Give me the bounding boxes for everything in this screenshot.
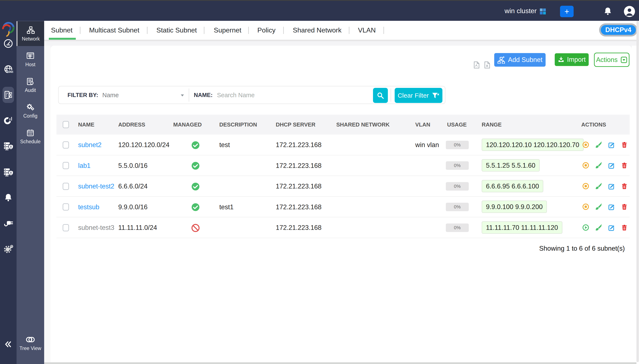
stop-subnet-icon[interactable] [582,162,589,169]
managed-no-icon [191,224,200,232]
filter-by-caret-icon[interactable] [180,93,185,98]
secondary-sidebar: Network Host Audit Config Schedule Tree … [16,21,44,364]
reclaim-brush-icon[interactable] [595,224,602,231]
start-subnet-icon[interactable] [582,224,589,231]
export-excel-icon[interactable] [484,60,491,70]
delete-icon[interactable] [621,183,628,190]
edit-icon[interactable] [608,183,615,190]
delete-icon[interactable] [621,162,628,169]
search-name-input[interactable]: Search Name [217,86,254,104]
col-header-address[interactable]: ADDRESS [118,114,145,134]
tab-vlan[interactable]: VLAN [358,21,376,40]
filter-by-label: FILTER BY: [68,86,98,104]
reclaim-brush-icon[interactable] [595,162,602,169]
select-all-checkbox[interactable] [63,121,69,128]
col-header-range[interactable]: RANGE [482,114,502,134]
import-button[interactable]: Import [555,53,589,66]
range-badge: 120.120.120.10 120.120.120.70 [482,138,584,151]
tab-subnet[interactable]: Subnet [51,21,72,40]
subnet-name-link[interactable]: subnet-test2 [78,176,114,197]
horizontal-scrollbar[interactable] [44,362,636,364]
edit-icon[interactable] [608,224,615,231]
sidebar-item-audit[interactable]: Audit [16,72,44,98]
edit-icon[interactable] [608,142,615,148]
tab-separator [80,27,80,34]
col-header-vlan[interactable]: VLAN [415,114,430,134]
subnet-name-link[interactable]: subnet-test3 [78,217,114,238]
stop-subnet-icon[interactable] [582,183,589,190]
edit-icon[interactable] [608,162,615,169]
notifications-bell-icon[interactable] [603,6,612,16]
reports-pie-icon[interactable] [4,115,13,125]
subnet-address: 11.11.11.0/24 [118,217,157,238]
sidebar-item-config[interactable]: Config [16,98,44,124]
alerts-bell-icon[interactable] [4,193,13,202]
plug-icon[interactable] [4,218,13,228]
search-button[interactable] [373,88,388,103]
protocol-badge[interactable]: DHCPv4 [599,23,638,36]
row-checkbox[interactable] [63,183,69,190]
col-header-managed[interactable]: MANAGED [173,114,202,134]
clear-filter-button[interactable]: Clear Filter [395,88,442,103]
app-logo[interactable] [1,17,14,38]
vertical-scrollbar[interactable] [636,21,639,362]
reclaim-brush-icon[interactable] [595,183,602,190]
col-header-name[interactable]: NAME [78,114,94,134]
actions-button[interactable]: Actions [594,53,630,67]
server-shield-icon[interactable] [3,141,13,151]
delete-icon[interactable] [621,224,628,231]
add-subnet-button[interactable]: Add Subnet [494,53,546,67]
col-header-dhcp-server[interactable]: DHCP SERVER [276,114,316,134]
sidebar-item-host[interactable]: Host [16,47,44,72]
add-cluster-button[interactable]: + [560,6,574,17]
subnet-description: test [219,134,230,155]
admin-gear-wrench-icon[interactable] [3,244,13,254]
sidebar-item-network[interactable]: Network [16,21,44,46]
stop-subnet-icon[interactable] [582,142,589,148]
col-header-usage[interactable]: USAGE [447,114,466,134]
tab-shared-network[interactable]: Shared Network [293,21,341,40]
subnet-name-link[interactable]: lab1 [78,155,91,176]
sidebar-item-label: Schedule [16,139,44,144]
col-header-description[interactable]: DESCRIPTION [219,114,257,134]
row-checkbox[interactable] [63,224,69,231]
usage-badge: 0% [446,141,469,149]
reclaim-brush-icon[interactable] [595,204,602,210]
col-header-actions[interactable]: ACTIONS [581,114,606,134]
dns-globe-icon[interactable]: DNS [4,65,13,74]
tab-supernet[interactable]: Supernet [214,21,242,40]
row-checkbox[interactable] [63,162,69,169]
clear-filter-icon [432,92,440,100]
sidebar-item-schedule[interactable]: Schedule [16,124,44,150]
add-subnet-icon [498,56,505,64]
filter-by-select[interactable]: Name [102,86,119,104]
primary-sidebar: DNS [0,21,16,364]
row-checkbox[interactable] [63,141,69,148]
dashboard-gauge-icon[interactable] [4,39,13,48]
actions-caret-icon [620,56,627,63]
managed-yes-icon [191,203,200,212]
reclaim-brush-icon[interactable] [595,142,602,148]
tab-static-subnet[interactable]: Static Subnet [156,21,197,40]
server-shield2-icon[interactable] [3,167,13,177]
subnet-name-link[interactable]: testsub [78,197,99,218]
tab-multicast-subnet[interactable]: Multicast Subnet [89,21,140,40]
row-actions [582,162,628,169]
ipam-icon[interactable] [4,90,13,99]
collapse-sidebar-icon[interactable] [4,340,13,349]
stop-subnet-icon[interactable] [582,204,589,210]
subnet-name-link[interactable]: subnet2 [78,134,102,155]
delete-icon[interactable] [621,204,628,210]
tab-policy[interactable]: Policy [257,21,275,40]
row-checkbox[interactable] [63,203,69,210]
cluster-name[interactable]: win cluster [501,1,537,21]
edit-icon[interactable] [608,204,615,210]
col-header-shared-network[interactable]: SHARED NETWORK [336,114,390,134]
user-avatar-icon[interactable] [624,6,635,17]
content-area: Add Subnet Import Actions FILTER BY: Nam… [44,41,639,364]
table-header: NAME ADDRESS MANAGED DESCRIPTION DHCP SE… [56,114,630,134]
export-pdf-icon[interactable] [473,60,480,70]
delete-icon[interactable] [621,142,628,148]
sidebar-item-tree-view[interactable]: Tree View [16,331,44,356]
filter-bar: FILTER BY: Name NAME: Search Name Clear … [58,86,446,104]
